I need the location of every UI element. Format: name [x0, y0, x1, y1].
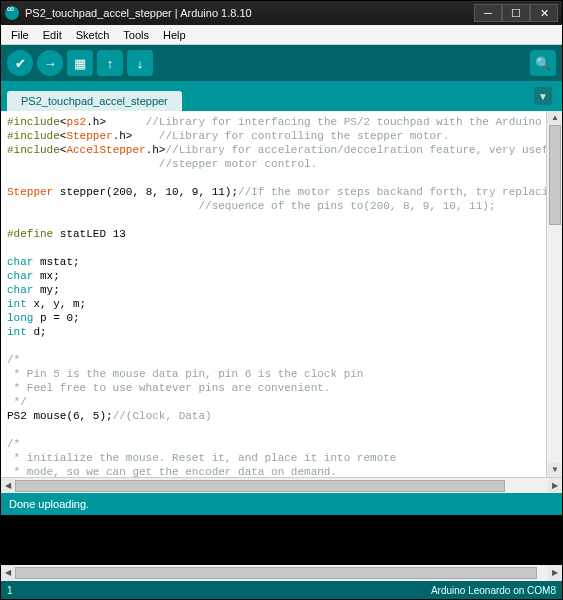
code-token: AccelStepper	[66, 144, 145, 156]
menu-file[interactable]: File	[5, 27, 35, 43]
code-comment: //Library for interfacing the PS/2 touch…	[106, 116, 546, 128]
tab-active[interactable]: PS2_touchpad_accel_stepper	[7, 91, 182, 111]
serial-monitor-button[interactable]: 🔍	[530, 50, 556, 76]
close-button[interactable]: ✕	[530, 4, 558, 22]
code-token: char	[7, 256, 33, 268]
code-comment: * Feel free to use whatever pins are con…	[7, 382, 330, 394]
code-comment: * initialize the mouse. Reset it, and pl…	[7, 452, 396, 464]
code-token: PS2 mouse(6, 5);	[7, 410, 113, 422]
board-info: Arduino Leonardo on COM8	[431, 585, 556, 596]
app-window: PS2_touchpad_accel_stepper | Arduino 1.8…	[0, 0, 563, 600]
scroll-down-arrow-icon[interactable]: ▼	[547, 463, 562, 477]
code-token: #include	[7, 116, 60, 128]
minimize-button[interactable]: ─	[474, 4, 502, 22]
code-comment: //Library for acceleration/deccelration …	[165, 144, 546, 156]
title-bar[interactable]: PS2_touchpad_accel_stepper | Arduino 1.8…	[1, 1, 562, 25]
code-token: char	[7, 284, 33, 296]
scroll-right-arrow-icon[interactable]: ▶	[548, 478, 562, 494]
code-token: Stepper	[7, 186, 53, 198]
code-token: .h>	[113, 130, 133, 142]
code-comment: */	[7, 396, 27, 408]
tab-menu-button[interactable]: ▼	[534, 87, 552, 105]
editor-wrap: #include<ps2.h> //Library for interfacin…	[1, 111, 562, 477]
code-comment: //stepper motor control.	[7, 158, 317, 170]
code-comment: //If the motor steps backand forth, try …	[238, 186, 546, 198]
code-comment: /*	[7, 354, 20, 366]
menu-bar: File Edit Sketch Tools Help	[1, 25, 562, 45]
scroll-thumb[interactable]	[549, 125, 561, 225]
code-comment: /*	[7, 438, 20, 450]
code-token: Stepper	[66, 130, 112, 142]
code-token: ps2	[66, 116, 86, 128]
code-token: char	[7, 270, 33, 282]
code-comment: //(Clock, Data)	[113, 410, 212, 422]
verify-button[interactable]: ✔	[7, 50, 33, 76]
scroll-track[interactable]	[15, 565, 548, 581]
code-comment: //sequence of the pins to(200, 8, 9, 10,…	[7, 200, 495, 212]
scroll-thumb[interactable]	[15, 480, 505, 492]
maximize-button[interactable]: ☐	[502, 4, 530, 22]
code-token: stepper(200, 8, 10, 9, 11);	[53, 186, 238, 198]
code-token: x, y, m;	[27, 298, 86, 310]
code-token: long	[7, 312, 33, 324]
scroll-right-arrow-icon[interactable]: ▶	[548, 565, 562, 581]
arduino-icon	[5, 6, 19, 20]
code-token: .h>	[86, 116, 106, 128]
status-bar: Done uploading.	[1, 493, 562, 515]
menu-sketch[interactable]: Sketch	[70, 27, 116, 43]
menu-edit[interactable]: Edit	[37, 27, 68, 43]
code-token: my;	[33, 284, 59, 296]
code-comment: //Library for controlling the stepper mo…	[132, 130, 449, 142]
code-token: statLED 13	[53, 228, 126, 240]
status-message: Done uploading.	[9, 498, 89, 510]
code-token: int	[7, 326, 27, 338]
code-token: #include	[7, 130, 60, 142]
code-comment: * Pin 5 is the mouse data pin, pin 6 is …	[7, 368, 363, 380]
console-output[interactable]	[1, 515, 562, 565]
code-editor[interactable]: #include<ps2.h> //Library for interfacin…	[1, 111, 546, 477]
code-token: .h>	[146, 144, 166, 156]
window-controls: ─ ☐ ✕	[474, 4, 558, 22]
scroll-left-arrow-icon[interactable]: ◀	[1, 478, 15, 494]
line-number: 1	[7, 585, 431, 596]
upload-button[interactable]: →	[37, 50, 63, 76]
code-token: mstat;	[33, 256, 79, 268]
tab-bar: PS2_touchpad_accel_stepper ▼	[1, 81, 562, 111]
editor-vertical-scrollbar[interactable]: ▲ ▼	[546, 111, 562, 477]
code-token: #include	[7, 144, 60, 156]
scroll-left-arrow-icon[interactable]: ◀	[1, 565, 15, 581]
code-token: int	[7, 298, 27, 310]
code-token: p = 0;	[33, 312, 79, 324]
scroll-track[interactable]	[15, 478, 548, 494]
editor-horizontal-scrollbar[interactable]: ◀ ▶	[1, 477, 562, 493]
code-comment: * mode, so we can get the encoder data o…	[7, 466, 337, 477]
menu-help[interactable]: Help	[157, 27, 192, 43]
window-title: PS2_touchpad_accel_stepper | Arduino 1.8…	[25, 7, 474, 19]
code-token: d;	[27, 326, 47, 338]
scroll-up-arrow-icon[interactable]: ▲	[547, 111, 562, 125]
open-sketch-button[interactable]: ↑	[97, 50, 123, 76]
code-token: mx;	[33, 270, 59, 282]
toolbar: ✔ → ▦ ↑ ↓ 🔍	[1, 45, 562, 81]
scroll-thumb[interactable]	[15, 567, 537, 579]
menu-tools[interactable]: Tools	[117, 27, 155, 43]
new-sketch-button[interactable]: ▦	[67, 50, 93, 76]
footer-bar: 1 Arduino Leonardo on COM8	[1, 581, 562, 599]
save-sketch-button[interactable]: ↓	[127, 50, 153, 76]
console-horizontal-scrollbar[interactable]: ◀ ▶	[1, 565, 562, 581]
code-token: #define	[7, 228, 53, 240]
